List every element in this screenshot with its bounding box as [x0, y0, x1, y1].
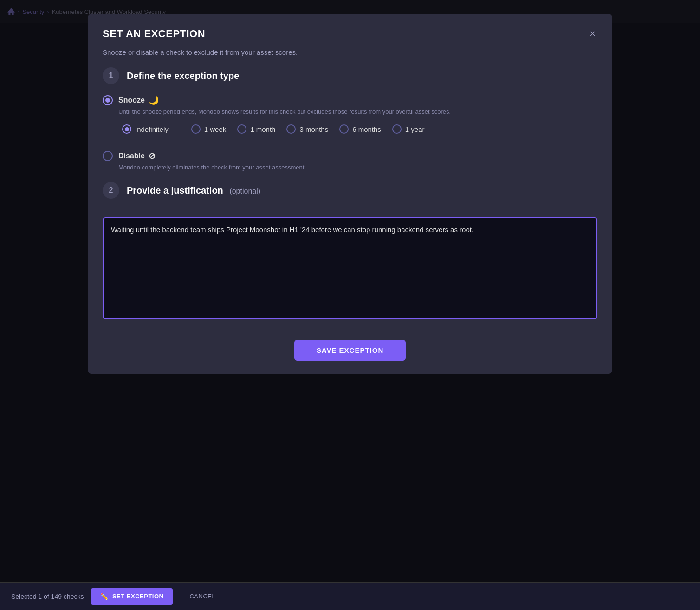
duration-6months[interactable]: 6 months — [336, 123, 385, 136]
disable-text: Disable — [118, 152, 145, 160]
duration-radio-1month[interactable] — [237, 124, 246, 134]
disable-radio-label[interactable]: Disable ⊘ — [103, 151, 597, 161]
modal-subtitle: Snooze or disable a check to exclude it … — [88, 48, 612, 67]
bottombar: Selected 1 of 149 checks ✏️ SET EXCEPTIO… — [0, 582, 700, 610]
duration-label-1week: 1 week — [204, 125, 227, 133]
snooze-text: Snooze — [118, 96, 145, 104]
section-separator — [103, 143, 597, 143]
snooze-option: Snooze 🌙 Until the snooze period ends, M… — [103, 95, 597, 136]
step2-title: Provide a justification (optional) — [127, 185, 260, 196]
snooze-description: Until the snooze period ends, Mondoo sho… — [103, 108, 597, 115]
disable-icon: ⊘ — [149, 151, 156, 161]
step1-number: 1 — [103, 67, 119, 84]
duration-radio-6months[interactable] — [339, 124, 349, 134]
duration-1year[interactable]: 1 year — [389, 123, 428, 136]
duration-indefinitely[interactable]: Indefinitely — [118, 123, 172, 136]
step2-number: 2 — [103, 182, 119, 199]
modal-title: SET AN EXCEPTION — [103, 28, 205, 40]
modal-header: SET AN EXCEPTION × — [88, 14, 612, 48]
duration-label-6months: 6 months — [352, 125, 381, 133]
duration-radio-1year[interactable] — [392, 124, 402, 134]
modal-close-button[interactable]: × — [588, 27, 597, 41]
snooze-radio-label[interactable]: Snooze 🌙 — [103, 95, 597, 105]
step1-title: Define the exception type — [127, 71, 239, 81]
duration-radio-3months[interactable] — [286, 124, 296, 134]
bottombar-cancel-button[interactable]: CANCEL — [180, 588, 225, 604]
bottombar-status: Selected 1 of 149 checks — [11, 593, 84, 600]
duration-label-1month: 1 month — [250, 125, 275, 133]
duration-3months[interactable]: 3 months — [283, 123, 332, 136]
bottombar-set-exception-label: SET EXCEPTION — [112, 593, 164, 600]
save-exception-button[interactable]: SAVE EXCEPTION — [294, 340, 406, 361]
justification-textarea[interactable]: Waiting until the backend team ships Pro… — [103, 217, 597, 319]
duration-label-indefinitely: Indefinitely — [135, 125, 169, 133]
duration-1week[interactable]: 1 week — [188, 123, 230, 136]
step2-optional: (optional) — [229, 187, 260, 195]
pencil-icon: ✏️ — [100, 593, 109, 600]
exception-modal: SET AN EXCEPTION × Snooze or disable a c… — [88, 14, 612, 374]
disable-option: Disable ⊘ Mondoo completely eliminates t… — [103, 151, 597, 171]
duration-divider — [180, 123, 180, 135]
bottombar-set-exception-button[interactable]: ✏️ SET EXCEPTION — [91, 588, 173, 605]
disable-description: Mondoo completely eliminates the check f… — [103, 164, 597, 171]
duration-radio-1week[interactable] — [191, 124, 201, 134]
snooze-label-text: Snooze 🌙 — [118, 95, 159, 105]
disable-radio[interactable] — [103, 151, 113, 161]
duration-radio-indefinitely[interactable] — [122, 124, 131, 134]
step1-header: 1 Define the exception type — [103, 67, 597, 84]
snooze-radio[interactable] — [103, 95, 113, 105]
step2-header: 2 Provide a justification (optional) — [103, 182, 597, 199]
save-button-row: SAVE EXCEPTION — [88, 332, 612, 374]
duration-label-3months: 3 months — [299, 125, 328, 133]
duration-1month[interactable]: 1 month — [233, 123, 279, 136]
duration-label-1year: 1 year — [405, 125, 425, 133]
modal-body: 1 Define the exception type Snooze 🌙 Unt… — [88, 67, 612, 332]
disable-label-text: Disable ⊘ — [118, 151, 156, 161]
snooze-icon: 🌙 — [149, 95, 159, 105]
duration-row: Indefinitely 1 week 1 month 3 months — [103, 123, 597, 136]
